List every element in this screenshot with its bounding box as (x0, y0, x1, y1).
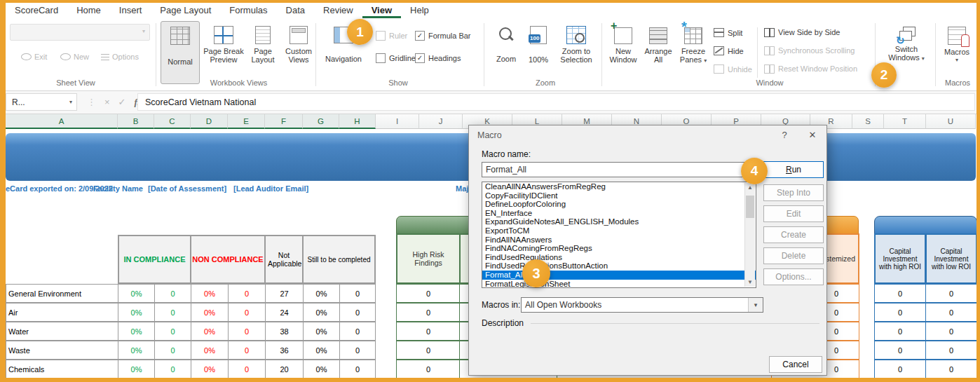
macro-list-scrollbar[interactable]: ▲ ▼ (744, 183, 755, 287)
sheetview-dropdown[interactable]: ▾ (10, 24, 150, 41)
dropdown-chevron-icon[interactable]: ▾ (748, 298, 763, 312)
column-header-F[interactable]: F (265, 114, 303, 129)
cell-ic-n: 0 (154, 360, 191, 378)
page-break-preview-button[interactable]: Page Break Preview (202, 22, 245, 64)
macro-list-item-CopyFacilityIDClient[interactable]: CopyFacilityIDClient (482, 191, 756, 200)
column-header-I[interactable]: I (376, 114, 419, 129)
menu-tab-help[interactable]: Help (401, 3, 438, 18)
column-header-T[interactable]: T (884, 114, 926, 129)
menu-tab-insert[interactable]: Insert (110, 3, 151, 18)
menu-tab-review[interactable]: Review (314, 3, 362, 18)
create-button[interactable]: Create (763, 226, 824, 243)
macro-list-item-EN_Interface[interactable]: EN_Interface (482, 209, 756, 218)
menu-tab-page-layout[interactable]: Page Layout (151, 3, 220, 18)
menu-bar: ScoreCardHomeInsertPage LayoutFormulasDa… (6, 2, 438, 19)
new-window-button[interactable]: New Window (606, 22, 641, 64)
cell-capital-0: 0 (874, 360, 926, 378)
exit-sheetview-button[interactable]: Exit (21, 53, 47, 61)
column-header-S[interactable]: S (852, 114, 884, 129)
delete-button[interactable]: Delete (763, 247, 824, 264)
switch-windows-button[interactable]: ↻ Switch Windows ▾ (880, 22, 932, 63)
cell-st-n: 0 (339, 303, 376, 322)
cell-na: 36 (265, 341, 304, 360)
zoom-100-icon: 100 (530, 26, 547, 44)
name-box[interactable]: R...▾ (6, 93, 77, 111)
new-sheetview-button[interactable]: New (60, 53, 89, 61)
menu-tab-formulas[interactable]: Formulas (220, 3, 276, 18)
group-label-zoom: Zoom (503, 79, 587, 87)
hide-button[interactable]: Hide (714, 46, 744, 55)
page-layout-button[interactable]: Page Layout (247, 22, 279, 64)
cell-st-pct: 0% (303, 322, 340, 341)
macro-list-item-CleanAllNAAnswersFromRegReg[interactable]: CleanAllNAAnswersFromRegReg (482, 182, 756, 191)
excel-window: ScoreCardHomeInsertPage LayoutFormulasDa… (0, 0, 980, 382)
dialog-close-icon[interactable]: ✕ (798, 125, 826, 145)
synchronous-scrolling-button[interactable]: Synchronous Scrolling (764, 46, 855, 55)
reset-window-position-button[interactable]: Reset Window Position (764, 64, 857, 73)
confirm-entry-icon[interactable]: ✓ (118, 97, 126, 107)
gridlines-checkbox[interactable]: Gridlines (376, 53, 419, 63)
macros-button[interactable]: Macros ▾ (938, 22, 976, 64)
cell-capital-0: 0 (874, 322, 926, 341)
formula-bar-checkbox[interactable]: ✓Formula Bar (415, 31, 471, 41)
cell-nc-pct: 0% (191, 303, 229, 322)
macro-list-item-ExportToCM[interactable]: ExportToCM (482, 226, 756, 236)
macro-name-input[interactable]: Format_All (482, 162, 756, 177)
macro-list-item-FindNAComingFromRegRegs[interactable]: FindNAComingFromRegRegs (482, 244, 756, 253)
name-box-chevron-icon[interactable]: ▾ (69, 99, 72, 105)
column-header-D[interactable]: D (191, 114, 228, 129)
column-header-H[interactable]: H (339, 114, 376, 129)
macro-list-item-FormatLegislationSheet[interactable]: FormatLegislationSheet (482, 280, 756, 288)
zoom-button[interactable]: Zoom (491, 22, 522, 63)
cell-ic-n: 0 (154, 341, 191, 360)
cell-capital-1: 0 (925, 284, 977, 303)
macro-list-item-ExpandGuideNotesAll_ENGLISH_Modules[interactable]: ExpandGuideNotesAll_ENGLISH_Modules (482, 217, 756, 226)
macro-list-item-DefineLoopforColoring[interactable]: DefineLoopforColoring (482, 200, 756, 209)
macros-in-dropdown[interactable]: All Open Workbooks ▾ (521, 297, 763, 313)
arrange-all-button[interactable]: Arrange All (641, 22, 676, 64)
run-button[interactable]: Run (763, 161, 824, 178)
split-button[interactable]: Split (714, 28, 742, 37)
column-header-B[interactable]: B (118, 114, 154, 129)
sheetview-options-button[interactable]: Options (101, 53, 139, 61)
headings-checkbox[interactable]: ✓Headings (415, 53, 461, 63)
menu-tab-home[interactable]: Home (67, 3, 110, 18)
dialog-help-icon[interactable]: ? (770, 125, 798, 145)
cell-nc-n: 0 (228, 322, 266, 341)
view-side-by-side-button[interactable]: View Side by Side (764, 28, 840, 36)
zoom-to-selection-button[interactable]: Zoom to Selection (555, 22, 597, 64)
eye-new-icon (60, 53, 71, 60)
menu-tab-view[interactable]: View (362, 3, 401, 18)
zoom-100-button[interactable]: 100 100% (523, 22, 554, 64)
options-button[interactable]: Options... (763, 268, 824, 285)
unhide-button[interactable]: Unhide (714, 64, 752, 74)
custom-views-button[interactable]: Custom Views (280, 22, 317, 64)
menu-tab-scorecard[interactable]: ScoreCard (6, 3, 67, 18)
column-header-J[interactable]: J (419, 114, 463, 129)
annotation-frame-right (976, 0, 980, 382)
cell-st-n: 0 (339, 341, 376, 360)
cancel-entry-icon[interactable]: × (104, 97, 110, 107)
reset-window-position-icon (764, 64, 775, 73)
menu-tab-data[interactable]: Data (277, 3, 314, 18)
cancel-button[interactable]: Cancel (769, 356, 822, 373)
formula-input[interactable]: ScoreCard Vietnam National (137, 93, 975, 111)
normal-view-button[interactable]: Normal (161, 21, 200, 84)
column-header-U[interactable]: U (926, 114, 976, 129)
sheet-info-text-2: [Date of Assessment] (148, 184, 226, 193)
scroll-down-icon[interactable]: ▼ (745, 278, 755, 287)
step-into-button[interactable]: Step Into (763, 184, 824, 201)
column-header-A[interactable]: A (6, 114, 118, 129)
freeze-panes-button[interactable]: Freeze Panes ▾ (674, 22, 712, 65)
column-header-G[interactable]: G (303, 114, 339, 129)
column-header-E[interactable]: E (228, 114, 265, 129)
column-header-C[interactable]: C (154, 114, 191, 129)
scroll-thumb[interactable] (746, 196, 754, 218)
row-label-air: Air (6, 303, 118, 322)
edit-button[interactable]: Edit (763, 205, 824, 222)
ruler-checkbox[interactable]: Ruler (376, 31, 407, 41)
macro-dialog-titlebar[interactable]: Macro ? ✕ (469, 125, 826, 145)
page-layout-icon (255, 26, 271, 44)
macro-list-item-FindAllNAAnswers[interactable]: FindAllNAAnswers (482, 236, 756, 245)
macro-list-item-FindUsedRegulations[interactable]: FindUsedRegulations (482, 253, 756, 262)
